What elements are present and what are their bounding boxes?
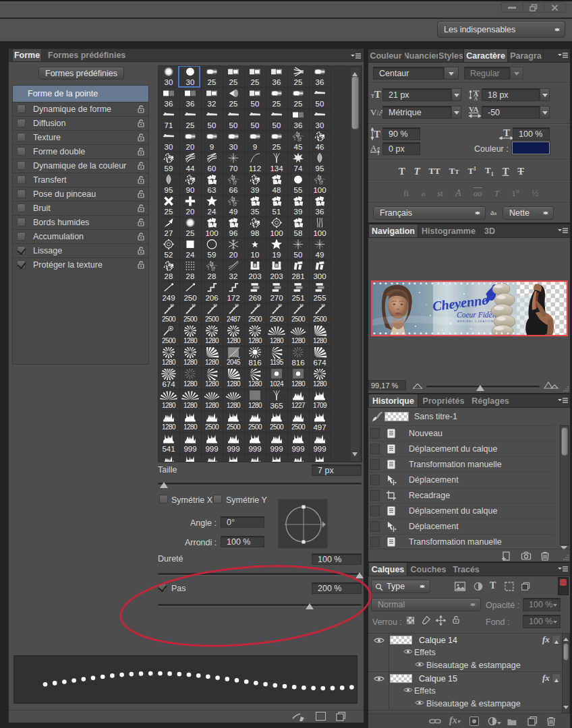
svg-text:T: T — [503, 127, 510, 138]
svg-text:A: A — [474, 96, 478, 101]
svg-text:T: T — [374, 129, 380, 140]
svg-text:A: A — [370, 143, 377, 153]
svg-text:CREATION DE: CREATION DE — [452, 305, 478, 308]
svg-text:VA: VA — [469, 105, 479, 113]
svg-text:MERIBEL CREATION: MERIBEL CREATION — [457, 320, 494, 323]
